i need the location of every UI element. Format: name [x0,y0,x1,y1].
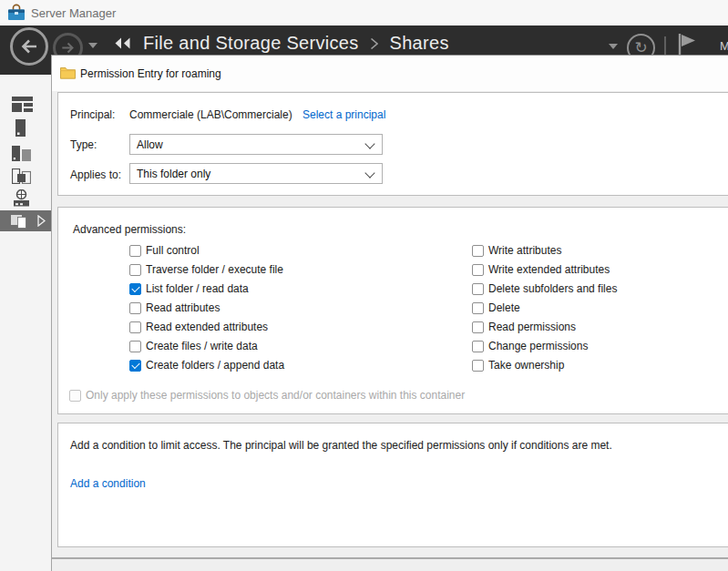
permission-row[interactable]: Traverse folder / execute file [129,263,283,276]
permission-row[interactable]: Take ownership [472,359,564,372]
server-manager-window: Server Manager File and Storage Services… [0,0,728,571]
expand-triangle-icon[interactable] [37,215,46,227]
folder-icon [60,66,76,83]
dialog-titlebar: Permission Entry for roaming [52,56,728,91]
breadcrumb-page[interactable]: Shares [390,33,449,54]
services-globe-icon[interactable] [12,189,31,210]
dialog-title: Permission Entry for roaming [80,67,221,80]
principal-group: Principal: Commerciale (LAB\Commerciale)… [57,92,728,196]
checkbox-label: Read attributes [146,301,220,314]
permission-row[interactable]: Delete subfolders and files [472,282,617,295]
checkbox-label: Full control [146,244,200,257]
checkbox-label: Create files / write data [146,340,258,352]
checkbox-label: Traverse folder / execute file [146,263,283,276]
read-permissions-checkbox[interactable] [472,321,484,333]
list-folder-checkbox[interactable] [129,283,141,295]
type-select[interactable]: Allow [129,134,383,155]
permission-row[interactable]: Create files / write data [129,340,258,352]
only-apply-label: Only apply these permissions to objects … [86,389,465,402]
window-titlebar: Server Manager [0,0,728,25]
flag-icon [676,32,698,57]
select-a-principal-link[interactable]: Select a principal [302,108,385,121]
checkbox-label: Delete [488,301,520,314]
checkbox-label: List folder / read data [146,282,249,295]
principal-label: Principal: [70,108,115,121]
condition-description: Add a condition to limit access. The pri… [70,439,612,452]
local-server-icon[interactable] [15,119,26,140]
only-apply-row: Only apply these permissions to objects … [69,389,465,402]
permission-row[interactable]: Change permissions [472,340,588,352]
read-extended-attributes-checkbox[interactable] [129,321,141,333]
checkbox-label: Read extended attributes [146,321,268,333]
file-storage-icon [11,213,29,229]
server-roles-icon[interactable] [12,168,31,188]
checkbox-label: Take ownership [488,359,564,372]
advanced-permissions-group: Advanced permissions: Full control Trave… [57,207,728,414]
all-servers-icon[interactable] [12,146,31,165]
refresh-icon: ↻ [634,40,647,56]
checkbox-label: Write attributes [488,244,561,257]
permission-row[interactable]: Read attributes [129,301,220,314]
chevron-down-icon [364,168,374,178]
create-files-checkbox[interactable] [129,341,141,352]
checkbox-label: Read permissions [488,321,576,333]
principal-value: Commerciale (LAB\Commerciale) [129,108,292,121]
permission-row[interactable]: Full control [129,244,200,257]
permission-row[interactable]: Read permissions [472,321,576,333]
permission-row[interactable]: Read extended attributes [129,321,268,333]
checkbox-label: Create folders / append data [146,359,284,372]
permission-row[interactable]: Delete [472,301,520,314]
full-control-checkbox[interactable] [129,245,141,257]
collapse-double-chevron-icon[interactable] [114,37,131,49]
checkbox-label: Write extended attributes [488,263,610,276]
permission-row[interactable]: Write extended attributes [472,263,610,276]
window-title: Server Manager [31,6,116,20]
only-apply-checkbox [69,390,81,402]
forward-arrow-icon [60,40,76,56]
traverse-folder-checkbox[interactable] [129,264,141,276]
history-dropdown-caret-icon[interactable] [88,43,97,48]
change-permissions-checkbox[interactable] [472,341,484,352]
permission-row[interactable]: Write attributes [472,244,561,257]
applies-to-select-value: This folder only [137,168,210,180]
type-select-value: Allow [137,138,163,151]
delete-checkbox[interactable] [472,302,484,314]
advanced-permissions-label: Advanced permissions: [73,223,186,236]
permission-row[interactable]: Create folders / append data [129,359,284,372]
back-arrow-icon [19,36,39,56]
breadcrumb-separator-icon [371,38,378,49]
sidebar-item-file-storage-selected[interactable] [0,210,51,231]
delete-subfolders-checkbox[interactable] [472,283,484,295]
manage-menu-clipped[interactable]: M [720,39,728,53]
read-attributes-checkbox[interactable] [129,302,141,314]
navigation-dropdown-caret-icon[interactable] [609,44,618,49]
dialog-footer [52,559,728,571]
create-folders-checkbox[interactable] [129,360,141,372]
sidebar [0,75,51,571]
applies-to-select[interactable]: This folder only [129,163,383,184]
permission-row[interactable]: List folder / read data [129,282,249,295]
breadcrumb-section[interactable]: File and Storage Services [143,33,359,54]
condition-group: Add a condition to limit access. The pri… [57,423,728,547]
breadcrumb: File and Storage Services Shares [114,33,449,54]
take-ownership-checkbox[interactable] [472,360,484,372]
write-attributes-checkbox[interactable] [472,245,484,257]
back-button[interactable] [10,27,48,66]
chevron-down-icon [364,138,374,148]
toolbar-separator [664,36,666,55]
applies-to-label: Applies to: [70,168,121,181]
checkbox-label: Change permissions [488,340,588,352]
permission-entry-dialog: Permission Entry for roaming Principal: … [51,55,728,571]
type-label: Type: [70,138,97,151]
server-manager-icon [7,4,26,25]
checkbox-label: Delete subfolders and files [488,282,617,295]
dashboard-icon[interactable] [12,97,33,116]
write-extended-attributes-checkbox[interactable] [472,264,484,276]
add-a-condition-link[interactable]: Add a condition [70,477,146,490]
